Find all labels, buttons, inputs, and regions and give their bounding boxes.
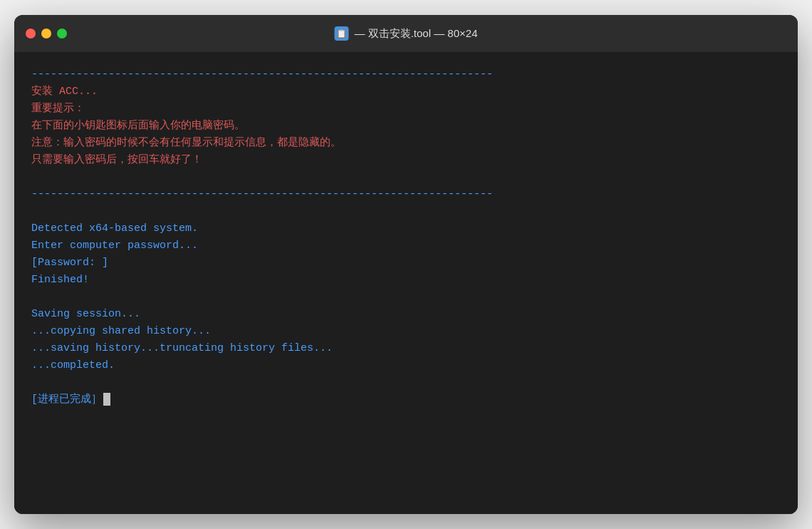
terminal-line: 重要提示： [31,101,781,118]
maximize-button[interactable] [57,29,67,38]
terminal-spacer [31,169,781,186]
terminal-line: 在下面的小钥匙图标后面输入你的电脑密码。 [31,118,781,135]
terminal-line: Detected x64-based system. [31,220,781,237]
titlebar: 📋 — 双击安装.tool — 80×24 [14,15,798,52]
terminal-line: 注意：输入密码的时候不会有任何显示和提示信息，都是隐藏的。 [31,135,781,152]
terminal-line: ----------------------------------------… [31,66,781,83]
terminal-body[interactable]: ----------------------------------------… [14,52,798,514]
terminal-line: ----------------------------------------… [31,186,781,203]
close-button[interactable] [26,29,36,38]
terminal-line: 安装 ACC... [31,83,781,101]
terminal-window: 📋 — 双击安装.tool — 80×24 ------------------… [14,15,798,514]
terminal-cursor [103,393,110,406]
window-icon: 📋 [335,26,349,41]
terminal-line: Saving session... [31,306,781,323]
window-title-area: 📋 — 双击安装.tool — 80×24 [335,26,478,41]
terminal-line: ...completed. [31,357,781,374]
minimize-button[interactable] [41,29,51,38]
terminal-line: Finished! [31,272,781,289]
terminal-line: Enter computer password... [31,237,781,255]
window-title: — 双击安装.tool — 80×24 [355,27,478,41]
terminal-line: ...saving history...truncating history f… [31,340,781,357]
terminal-line: ...copying shared history... [31,323,781,340]
terminal-line: 只需要输入密码后，按回车就好了！ [31,152,781,169]
terminal-spacer [31,289,781,306]
traffic-lights [26,29,67,38]
terminal-line: [进程已完成］ [31,391,781,409]
terminal-line: [Password: ] [31,255,781,272]
terminal-spacer [31,374,781,391]
terminal-spacer [31,203,781,220]
